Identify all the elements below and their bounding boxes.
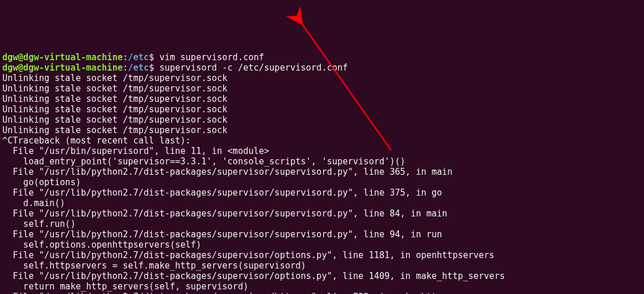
output-line: Unlinking stale socket /tmp/supervisor.s… [2,104,227,115]
traceback-line: File "/usr/lib/python2.7/dist-packages/s… [2,208,447,219]
traceback-line: self.httpservers = self.make_http_server… [2,260,306,271]
output-line: Unlinking stale socket /tmp/supervisor.s… [2,94,227,104]
output-line: Unlinking stale socket /tmp/supervisor.s… [2,125,227,135]
prompt-line: dgw@dgw-virtual-machine:/etc$ supervisor… [2,63,348,73]
prompt-path: /etc [128,63,149,73]
traceback-line: File "/usr/lib/python2.7/dist-packages/s… [2,250,494,260]
traceback-line: File "/usr/lib/python2.7/dist-packages/s… [2,292,484,294]
command-text: supervisord -c /etc/supervisord.conf [159,63,348,73]
traceback-line: File "/usr/lib/python2.7/dist-packages/s… [2,167,453,177]
traceback-line: File "/usr/lib/python2.7/dist-packages/s… [2,271,505,281]
traceback-line: load_entry_point('supervisor==3.3.1', 'c… [2,156,405,167]
prompt-user: dgw@dgw-virtual-machine [2,52,123,63]
traceback-line: File "/usr/lib/python2.7/dist-packages/s… [2,229,442,240]
prompt-user: dgw@dgw-virtual-machine [2,63,123,73]
terminal-output[interactable]: dgw@dgw-virtual-machine:/etc$ vim superv… [0,42,644,294]
traceback-line: File "/usr/bin/supervisord", line 11, in… [2,146,270,156]
traceback-line: go(options) [2,177,81,188]
traceback-head: ^CTraceback (most recent call last): [2,135,191,146]
traceback-line: self.run() [2,219,75,229]
traceback-line: File "/usr/lib/python2.7/dist-packages/s… [2,188,442,198]
traceback-line: d.main() [2,198,65,208]
truncated-line: dgw@dgw-virtual-machine:/etc$ vim superv… [2,52,264,63]
traceback-line: return make_http_servers(self, superviso… [2,281,248,292]
traceback-line: self.options.openhttpservers(self) [2,240,201,250]
output-line: Unlinking stale socket /tmp/supervisor.s… [2,73,227,83]
output-line: Unlinking stale socket /tmp/supervisor.s… [2,83,227,94]
prompt-path: /etc [128,52,149,63]
output-line: Unlinking stale socket /tmp/supervisor.s… [2,115,227,125]
